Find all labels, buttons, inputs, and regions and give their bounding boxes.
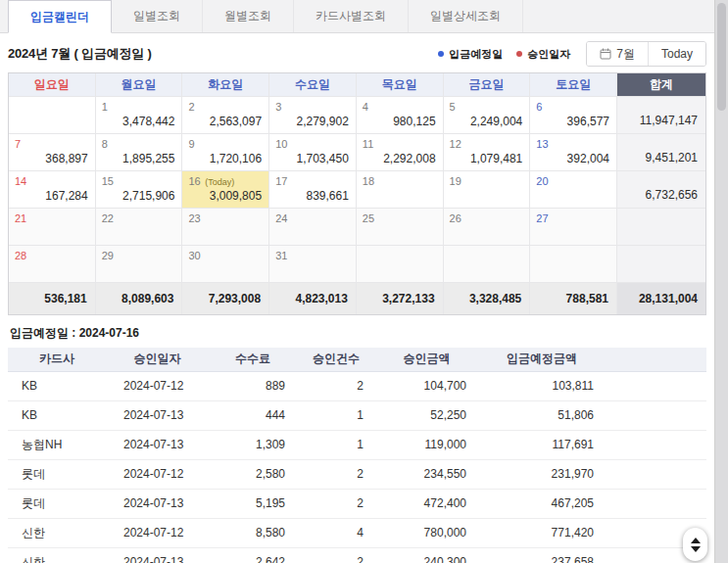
tab-card-company-view[interactable]: 카드사별조회 — [294, 0, 409, 32]
page-title: 2024년 7월 ( 입금예정일 ) — [8, 45, 152, 63]
calendar-day-cell[interactable]: 17839,661 — [269, 171, 357, 209]
calendar-day-cell[interactable]: 28 — [9, 246, 96, 283]
table-cell: 2024-07-12 — [106, 371, 209, 400]
table-cell: 117,691 — [478, 430, 606, 459]
week-sum-cell: 6,732,656 — [617, 171, 705, 209]
calendar-day-cell[interactable]: 23 — [182, 209, 269, 246]
calendar-day-cell[interactable]: 4980,125 — [357, 97, 444, 134]
table-cell-filler — [606, 459, 706, 489]
day-number: 19 — [450, 175, 461, 187]
day-number: 27 — [536, 212, 548, 224]
column-total-cell: 788,581 — [530, 283, 617, 314]
calendar-day-cell[interactable]: 25 — [357, 209, 444, 246]
table-row: KB2024-07-128892104,700103,811 — [8, 371, 706, 400]
table-cell: 103,811 — [478, 371, 606, 400]
day-number: 15 — [102, 175, 114, 187]
calendar-day-cell[interactable]: 20 — [530, 171, 617, 209]
calendar-day-cell[interactable]: 152,715,906 — [96, 171, 183, 209]
table-cell: 2 — [297, 547, 375, 563]
calendar-day-cell[interactable]: 29 — [96, 246, 183, 283]
legend-label: 입금예정일 — [449, 47, 503, 62]
tab-daily-view[interactable]: 일별조회 — [112, 0, 203, 32]
table-cell: 231,970 — [478, 459, 606, 489]
calendar-day-cell[interactable]: 16 (Today)3,009,805 — [182, 171, 269, 209]
column-total-cell: 3,328,485 — [444, 283, 531, 314]
scroll-up-icon[interactable] — [691, 538, 701, 543]
calendar-day-cell[interactable]: 13392,004 — [530, 134, 617, 171]
day-header: 화요일 — [182, 73, 269, 97]
table-cell: 780,000 — [375, 518, 478, 547]
day-header: 토요일 — [530, 73, 617, 97]
calendar-day-cell[interactable]: 31 — [269, 246, 357, 283]
calendar-day-cell[interactable]: 21 — [9, 209, 96, 246]
today-button[interactable]: Today — [648, 42, 705, 66]
table-cell: 2024-07-12 — [106, 459, 209, 489]
calendar-icon — [600, 48, 611, 60]
table-cell: 2024-07-13 — [106, 430, 209, 459]
table-cell: 2 — [297, 371, 375, 400]
month-button[interactable]: 7월 — [587, 42, 648, 66]
calendar-day-cell[interactable]: 22,563,097 — [182, 97, 269, 134]
calendar-day-cell[interactable]: 18 — [357, 171, 444, 209]
calendar-day-cell[interactable]: 27 — [530, 209, 617, 246]
table-cell-filler — [606, 371, 706, 400]
tab-daily-detail-view[interactable]: 일별상세조회 — [409, 0, 523, 32]
calendar-day-cell[interactable]: 14167,284 — [9, 171, 96, 209]
calendar-day-cell[interactable]: 19 — [444, 171, 531, 209]
tab-deposit-calendar[interactable]: 입금캘린더 — [8, 0, 112, 33]
toolbar: 2024년 7월 ( 입금예정일 ) 입금예정일승인일자 — [8, 40, 706, 68]
legend-dot-icon — [438, 51, 444, 57]
deposit-amount: 2,563,097 — [210, 115, 262, 128]
calendar-day-cell[interactable]: 7368,897 — [9, 134, 96, 171]
table-cell: 2024-07-13 — [106, 547, 209, 563]
calendar-day-cell[interactable]: 121,079,481 — [444, 134, 531, 171]
calendar-day-cell[interactable]: 22 — [96, 209, 183, 246]
table-cell: 1 — [297, 400, 375, 430]
vertical-scrollbar[interactable] — [714, 0, 728, 563]
table-cell: 237,658 — [478, 547, 606, 563]
deposit-amount: 368,897 — [45, 152, 87, 165]
calendar-day-cell[interactable]: 32,279,902 — [269, 97, 357, 134]
legend-dot-icon — [516, 51, 522, 57]
calendar-day-cell[interactable]: 91,720,106 — [182, 134, 269, 171]
deposit-amount: 3,478,442 — [122, 115, 174, 128]
tab-bar: 입금캘린더일별조회월별조회카드사별조회일별상세조회 — [0, 0, 728, 33]
day-number: 23 — [188, 212, 200, 224]
table-row: 롯데2024-07-122,5802234,550231,970 — [8, 459, 706, 489]
calendar-day-cell[interactable]: 30 — [182, 246, 269, 283]
table-cell: 8,580 — [209, 518, 297, 547]
legend-expected-deposit-date: 입금예정일 — [438, 47, 503, 62]
week-sum-cell — [617, 246, 705, 283]
calendar-day-cell[interactable]: 112,292,008 — [357, 134, 444, 171]
calendar-day-cell[interactable] — [444, 246, 531, 283]
calendar-day-cell[interactable] — [357, 246, 444, 283]
scroll-updown-widget[interactable] — [683, 528, 707, 561]
column-header: 수수료 — [209, 348, 297, 371]
day-header: 일요일 — [9, 73, 96, 97]
detail-table: 카드사승인일자수수료승인건수승인금액입금예정금액 KB2024-07-12889… — [8, 348, 706, 563]
tab-monthly-view[interactable]: 월별조회 — [203, 0, 294, 32]
calendar-day-cell[interactable]: 6396,577 — [530, 97, 617, 134]
day-number: 25 — [363, 212, 374, 224]
calendar-day-cell[interactable]: 24 — [269, 209, 357, 246]
day-number: 8 — [102, 138, 108, 150]
scrollbar-thumb[interactable] — [717, 3, 726, 111]
table-cell: 240,300 — [375, 547, 478, 563]
calendar-day-cell[interactable]: 13,478,442 — [96, 97, 183, 134]
calendar-day-cell[interactable]: 101,703,450 — [269, 134, 357, 171]
calendar-day-cell[interactable] — [530, 246, 617, 283]
calendar-day-cell[interactable]: 52,249,004 — [444, 97, 531, 134]
deposit-amount: 2,715,906 — [122, 189, 174, 203]
toolbar-right: 입금예정일승인일자 7월 Today — [438, 41, 706, 67]
scroll-down-icon[interactable] — [691, 546, 701, 552]
day-number: 24 — [275, 212, 287, 224]
day-number: 3 — [275, 101, 281, 113]
table-cell: 1 — [297, 430, 375, 459]
calendar-day-cell[interactable] — [9, 97, 96, 134]
column-header: 승인금액 — [375, 348, 478, 371]
week-sum-cell: 9,451,201 — [617, 134, 705, 171]
column-header: 입금예정금액 — [478, 348, 606, 371]
month-button-label: 7월 — [616, 46, 635, 63]
calendar-day-cell[interactable]: 26 — [444, 209, 531, 246]
calendar-day-cell[interactable]: 81,895,255 — [96, 134, 183, 171]
